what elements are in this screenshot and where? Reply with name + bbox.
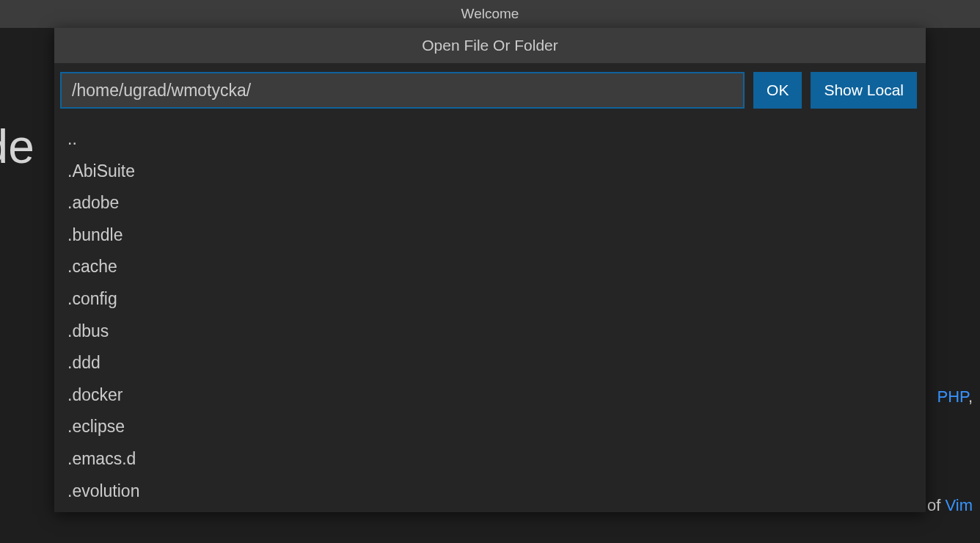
- content-area: ode PHP, of Vim Open File Or Folder OK S…: [0, 28, 980, 543]
- vim-prefix: of: [927, 496, 945, 514]
- welcome-heading-fragment: ode: [0, 120, 34, 174]
- show-local-button[interactable]: Show Local: [811, 72, 917, 109]
- php-suffix: ,: [968, 387, 973, 406]
- list-item[interactable]: ..: [67, 123, 926, 156]
- bg-text-snippet-php: PHP,: [937, 387, 973, 407]
- list-item[interactable]: .docker: [67, 379, 926, 412]
- list-item[interactable]: .adobe: [67, 187, 926, 219]
- dialog-title: Open File Or Folder: [54, 28, 926, 63]
- list-item[interactable]: .dbus: [67, 316, 926, 348]
- dialog-input-row: OK Show Local: [54, 63, 926, 109]
- list-item[interactable]: .evolution: [67, 475, 926, 508]
- list-item[interactable]: .config: [67, 283, 926, 316]
- list-item[interactable]: .ddd: [67, 347, 926, 379]
- path-input[interactable]: [60, 72, 745, 109]
- list-item[interactable]: .bundle: [67, 219, 926, 252]
- file-list: .. .AbiSuite .adobe .bundle .cache .conf…: [54, 123, 926, 507]
- bg-text-snippet-vim: of Vim: [927, 496, 973, 515]
- list-item[interactable]: .cache: [67, 251, 926, 283]
- php-link[interactable]: PHP: [937, 387, 968, 406]
- title-bar: Welcome: [0, 0, 980, 28]
- vim-link[interactable]: Vim: [946, 496, 973, 514]
- list-item[interactable]: .emacs.d: [67, 443, 926, 475]
- list-item[interactable]: .eclipse: [67, 411, 926, 443]
- list-item[interactable]: .AbiSuite: [67, 156, 926, 188]
- dialog-title-text: Open File Or Folder: [422, 37, 558, 54]
- ok-button[interactable]: OK: [753, 72, 802, 109]
- window-title: Welcome: [461, 6, 519, 22]
- open-file-dialog: Open File Or Folder OK Show Local .. .Ab…: [54, 28, 926, 512]
